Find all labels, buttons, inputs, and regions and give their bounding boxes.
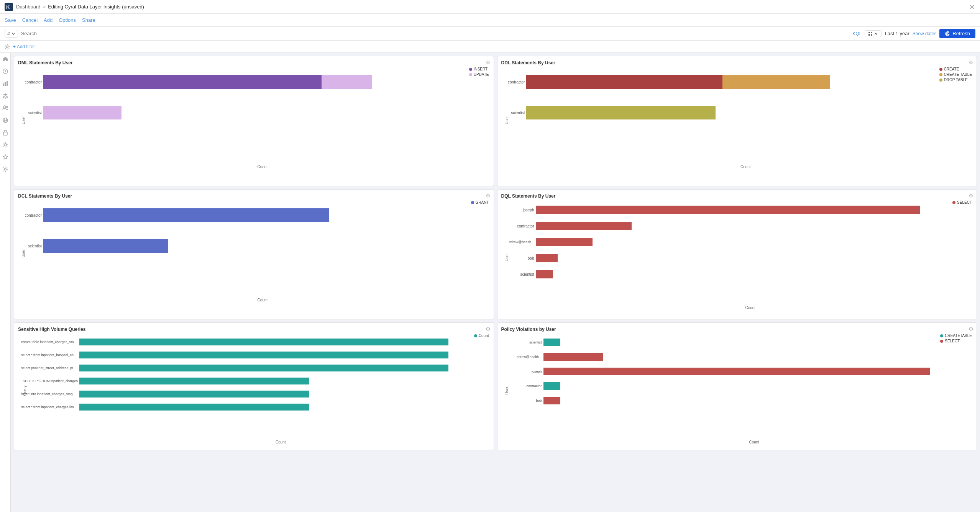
refresh-icon xyxy=(945,31,950,36)
sidebar-icon-globe[interactable] xyxy=(2,117,8,123)
dql-chart-title: DQL Statements By User xyxy=(501,193,973,199)
policy-ndrew-label: ndrew@health... xyxy=(504,355,542,359)
dcl-chart-panel: DCL Statements By User ⚙ GRANT User cont… xyxy=(14,189,494,319)
query-label-6: select * from inpatient_charges limit :r… xyxy=(21,405,78,409)
dcl-grant-scientist xyxy=(43,239,168,253)
dcl-y-axis-label: User xyxy=(21,249,26,257)
dashboard-link[interactable]: Dashboard xyxy=(16,4,41,10)
share-button[interactable]: Share xyxy=(82,17,95,23)
policy-chart-gear[interactable]: ⚙ xyxy=(969,326,973,332)
charts-grid: DML Statements By User ⚙ INSERT UPDATE U… xyxy=(14,56,977,450)
ddl-chart-gear[interactable]: ⚙ xyxy=(969,59,973,65)
sensitive-bar-1 xyxy=(79,339,448,345)
svg-rect-5 xyxy=(871,32,872,33)
policy-bob-label: bob xyxy=(504,399,542,402)
sensitive-x-axis-label: Count xyxy=(79,440,482,444)
ddl-bar-scientist xyxy=(526,106,883,119)
sidebar-icon-users[interactable] xyxy=(2,105,8,111)
sidebar-icon-chart[interactable] xyxy=(2,80,8,87)
sidebar-icon-home[interactable] xyxy=(2,56,8,62)
kql-badge[interactable]: KQL xyxy=(852,31,862,36)
dql-chart-gear[interactable]: ⚙ xyxy=(969,193,973,199)
sidebar xyxy=(0,53,11,512)
save-button[interactable]: Save xyxy=(5,17,16,23)
search-input[interactable] xyxy=(21,31,850,36)
dml-bar-contractor xyxy=(43,75,400,89)
ddl-contractor-label: contractor xyxy=(505,80,525,84)
cancel-button[interactable]: Cancel xyxy=(22,17,38,23)
add-filter-bar: + Add filter xyxy=(0,41,980,53)
dml-y-axis-label: User xyxy=(21,116,26,124)
sidebar-icon-clock[interactable] xyxy=(2,68,8,74)
policy-bar-joseph xyxy=(543,368,930,375)
policy-chart-panel: Policy Violations by User ⚙ CREATETABLE … xyxy=(497,322,977,450)
breadcrumb-separator: > xyxy=(43,4,46,10)
policy-contractor-label: contractor xyxy=(504,384,542,388)
query-label-4: SELECT * FROM inpatient_charges xyxy=(21,379,78,383)
svg-point-14 xyxy=(6,106,8,108)
ddl-x-axis-label: Count xyxy=(526,165,965,169)
refresh-label: Refresh xyxy=(952,31,970,36)
dcl-bar-contractor xyxy=(43,208,400,222)
action-bar: Save Cancel Add Options Share xyxy=(0,14,980,27)
svg-rect-7 xyxy=(871,34,872,36)
sidebar-icon-light[interactable] xyxy=(2,142,8,148)
query-label-3: select provider_street_address, provider… xyxy=(21,366,78,370)
sidebar-icon-settings[interactable] xyxy=(2,166,8,172)
refresh-button[interactable]: Refresh xyxy=(939,29,975,38)
svg-point-20 xyxy=(4,168,6,170)
dql-bob-label: bob xyxy=(504,256,534,260)
dql-bar-scientist xyxy=(536,270,553,278)
svg-text:K: K xyxy=(6,4,10,10)
dml-chart-gear[interactable]: ⚙ xyxy=(486,59,491,65)
policy-joseph-label: joseph xyxy=(504,370,542,373)
sensitive-bar-3 xyxy=(79,365,448,371)
dcl-scientist-label: scientist xyxy=(22,244,42,248)
grid-icon xyxy=(868,31,873,36)
view-toggle[interactable] xyxy=(865,30,882,37)
ddl-scientist-label: scientist xyxy=(505,111,525,115)
close-icon[interactable] xyxy=(969,3,975,10)
dcl-bar-scientist xyxy=(43,239,400,253)
policy-bar-bob xyxy=(543,397,561,404)
sidebar-icon-star[interactable] xyxy=(2,154,8,160)
dcl-chart-gear[interactable]: ⚙ xyxy=(486,193,491,199)
sensitive-bar-6 xyxy=(79,404,309,411)
sidebar-icon-lock[interactable] xyxy=(2,129,8,136)
hash-label: # xyxy=(7,31,10,36)
top-bar: K Dashboard > Editing Cyral Data Layer I… xyxy=(0,0,980,14)
dml-bar-scientist xyxy=(43,106,400,119)
options-button[interactable]: Options xyxy=(59,17,76,23)
dql-joseph-label: joseph xyxy=(504,208,534,212)
sidebar-icon-layers[interactable] xyxy=(2,93,8,99)
dql-bar-joseph xyxy=(536,206,921,214)
chevron-down-icon xyxy=(11,32,15,36)
add-filter-button[interactable]: + Add filter xyxy=(13,44,35,49)
dml-bar-label-contractor: contractor xyxy=(22,80,42,84)
dql-bar-ndrew xyxy=(536,238,593,246)
sensitive-bar-2 xyxy=(79,352,448,358)
ddl-chart-title: DDL Statements By User xyxy=(501,60,973,65)
dql-ndrew-label: ndrew@health... xyxy=(504,240,534,244)
dml-update-contractor xyxy=(322,75,372,89)
dql-bar-bob xyxy=(536,254,558,262)
show-dates-button[interactable]: Show dates xyxy=(913,31,937,36)
dql-contractor-label: contractor xyxy=(504,224,534,228)
ddl-create-contractor xyxy=(526,75,723,89)
query-label-5: insert into inpatient_charges_staging se… xyxy=(21,392,78,396)
add-button[interactable]: Add xyxy=(44,17,53,23)
sensitive-chart-title: Sensitive High Volume Queries xyxy=(18,327,490,332)
field-selector[interactable]: # xyxy=(5,30,18,38)
ddl-chart-panel: DDL Statements By User ⚙ CREATE CREATE T… xyxy=(497,56,977,186)
svg-rect-6 xyxy=(868,34,870,36)
dml-bar-label-scientist: scientist xyxy=(22,111,42,115)
svg-rect-10 xyxy=(3,83,4,86)
date-range: Last 1 year xyxy=(885,31,909,36)
main-content: DML Statements By User ⚙ INSERT UPDATE U… xyxy=(11,53,980,512)
dcl-x-axis-label: Count xyxy=(43,298,482,302)
gear-icon-filter[interactable] xyxy=(5,44,10,49)
policy-x-axis-label: Count xyxy=(543,440,965,444)
sensitive-chart-gear[interactable]: ⚙ xyxy=(486,326,491,332)
filter-bar: # KQL Last 1 year Show dates Refresh xyxy=(0,27,980,41)
dql-scientist-label: scientist xyxy=(504,272,534,276)
